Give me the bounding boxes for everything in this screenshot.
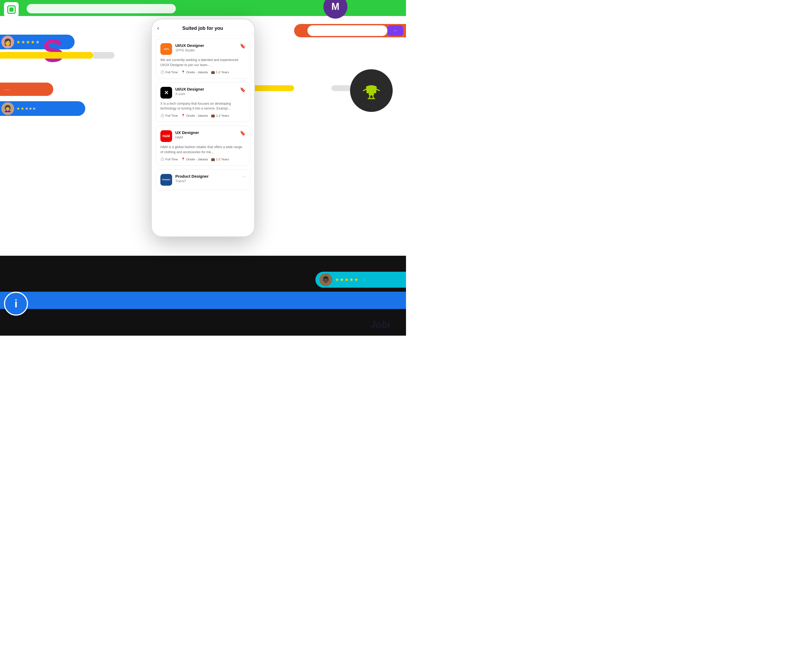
three-dots-decoration: ··· [4, 86, 11, 92]
job-title: UI/UX Designer [175, 87, 240, 91]
orange-chat-bar: ··· [0, 83, 53, 96]
chat-bubble[interactable]: ··· [387, 25, 403, 36]
tag-label: 1-2 Years [216, 71, 229, 74]
avatar-2: 👩‍🦱 [1, 102, 14, 115]
tag-label: Onsite - Jakarta [186, 114, 208, 117]
phone-mockup: ‹ Suited job for you 1FPS UI/UX Designer… [151, 19, 255, 237]
job-company: 1FPS Studio [175, 48, 240, 52]
bookmark-button[interactable]: 🔖 [240, 87, 246, 93]
tag-icon: 🕐 [160, 114, 164, 118]
tag-label: Onsite - Jakarta [186, 71, 208, 74]
tag-icon: 📍 [181, 157, 185, 161]
job-company: H&M [175, 135, 240, 139]
phone-title: Suited job for you [164, 26, 241, 31]
search-bar-right[interactable] [307, 25, 387, 36]
job-tag: 🕐 Full Time [160, 157, 178, 161]
job-info: UI/UX Designer 1FPS Studio [175, 43, 240, 52]
tag-label: 1-2 Years [216, 114, 229, 117]
job-tag: 🕐 Full Time [160, 114, 178, 118]
company-logo: 1FPS [160, 43, 172, 55]
gray-rating-bar [93, 52, 114, 59]
white-bar-left [53, 83, 107, 96]
yellow-rating-bar [0, 52, 93, 59]
company-logo: H&M [160, 130, 172, 142]
info-circle: i [4, 292, 28, 316]
tag-icon: 📍 [181, 114, 185, 118]
job-tag: 💼 1-2 Years [211, 114, 229, 118]
jobi-watermark: Jobi [370, 319, 390, 330]
avatar-3: 👨🏿 [319, 273, 332, 286]
blue-bottom-bar [0, 292, 406, 309]
back-button[interactable]: ‹ [157, 25, 159, 32]
more-options-button[interactable]: ··· [242, 174, 246, 179]
tag-label: 1-2 Years [216, 158, 229, 161]
job-card[interactable]: H&M UX Designer H&M 🔖 H&M is a global fa… [156, 126, 250, 166]
avatar-1: 👩 [1, 36, 14, 48]
job-card-header: 1FPS UI/UX Designer 1FPS Studio 🔖 [160, 43, 246, 55]
job-description: X is a tech company that focuses on deve… [160, 101, 246, 111]
stars-3: ★★★★★ [335, 277, 359, 283]
job-tags: 🕐 Full Time 📍 Onsite - Jakarta 💼 1-2 Yea… [160, 70, 246, 74]
job-company: Trans7 [175, 179, 242, 183]
job-card-header: H&M UX Designer H&M 🔖 [160, 130, 246, 142]
job-list: 1FPS UI/UX Designer 1FPS Studio 🔖 We are… [152, 36, 254, 234]
job-description: H&M is a global fashion retailer that of… [160, 145, 246, 155]
job-card[interactable]: 1FPS UI/UX Designer 1FPS Studio 🔖 We are… [156, 39, 250, 78]
stars-2: ★★★★★ [16, 106, 36, 111]
bookmark-button[interactable]: 🔖 [240, 130, 246, 136]
job-tag: 📍 Onsite - Jakarta [181, 114, 208, 118]
teal-rating-bar: 👨🏿 ★★★★★ [315, 272, 406, 288]
job-tag: 💼 1-2 Years [211, 157, 229, 161]
job-info: UI/UX Designer X.com [175, 87, 240, 96]
job-info: UX Designer H&M [175, 130, 240, 139]
job-tag: 🕐 Full Time [160, 70, 178, 74]
job-title: UI/UX Designer [175, 43, 240, 48]
tag-icon: 💼 [211, 70, 215, 74]
job-card[interactable]: ✕ UI/UX Designer X.com 🔖 X is a tech com… [156, 82, 250, 122]
job-title: Product Designer [175, 174, 242, 179]
tag-label: Onsite - Jakarta [186, 158, 208, 161]
job-tag: 📍 Onsite - Jakarta [181, 157, 208, 161]
company-logo: ✕ [160, 87, 172, 99]
tag-icon: 💼 [211, 157, 215, 161]
svg-rect-1 [9, 7, 14, 12]
chair-decoration [350, 69, 393, 112]
job-description: We are currently seeking a talented and … [160, 58, 246, 68]
job-info: Product Designer Trans7 [175, 174, 242, 183]
job-card-header: ✕ UI/UX Designer X.com 🔖 [160, 87, 246, 99]
tag-icon: 📍 [181, 70, 185, 74]
top-search-bar[interactable] [27, 4, 176, 13]
tag-icon: 🕐 [160, 157, 164, 161]
tag-icon: 🕐 [160, 70, 164, 74]
job-tags: 🕐 Full Time 📍 Onsite - Jakarta 💼 1-2 Yea… [160, 114, 246, 118]
stars-1: ★★★★★ [16, 39, 40, 45]
job-title: UX Designer [175, 130, 240, 135]
job-tag: 💼 1-2 Years [211, 70, 229, 74]
job-tags: 🕐 Full Time 📍 Onsite - Jakarta 💼 1-2 Yea… [160, 157, 246, 161]
tag-label: Full Time [165, 114, 178, 117]
tag-label: Full Time [165, 158, 178, 161]
rating-bar-bottom-left: 👩‍🦱 ★★★★★ [0, 101, 85, 116]
tag-icon: 💼 [211, 114, 215, 118]
phone-header: ‹ Suited job for you [152, 19, 254, 36]
job-company: X.com [175, 92, 240, 96]
svg-rect-2 [369, 93, 374, 95]
job-card[interactable]: TRANS7 Product Designer Trans7 ··· [156, 169, 250, 190]
bookmark-button[interactable]: 🔖 [240, 43, 246, 49]
job-card-header: TRANS7 Product Designer Trans7 ··· [160, 174, 246, 186]
company-logo: TRANS7 [160, 174, 172, 186]
job-tag: 📍 Onsite - Jakarta [181, 70, 208, 74]
s-decoration: S [41, 34, 65, 68]
tag-label: Full Time [165, 71, 178, 74]
app-logo [4, 2, 19, 17]
